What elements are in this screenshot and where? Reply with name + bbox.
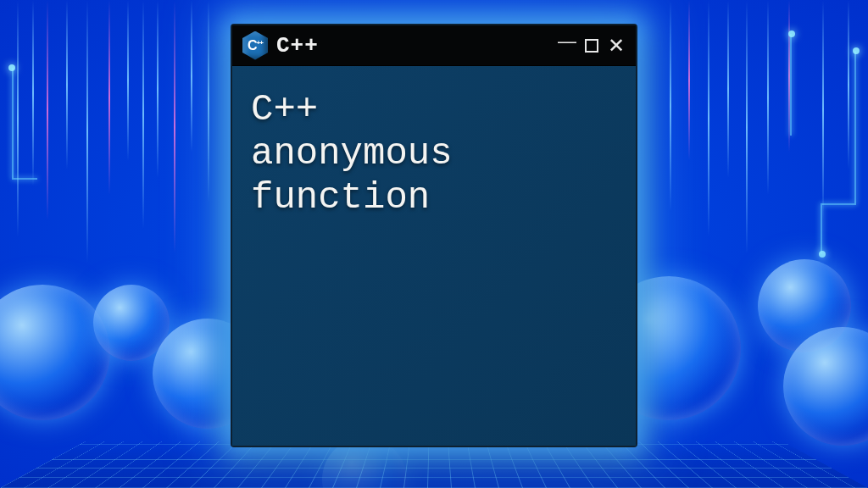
circuit-floor — [0, 441, 868, 488]
stream-line — [66, 0, 68, 169]
stream-line — [157, 0, 159, 178]
window-titlebar[interactable]: C++ C++ — ✕ — [232, 25, 636, 66]
window-controls: — ✕ — [558, 36, 626, 56]
stream-line — [727, 0, 729, 178]
circuit-node — [8, 64, 15, 71]
circuit-trace — [12, 178, 37, 180]
stream-line — [174, 0, 175, 254]
stream-line — [670, 0, 671, 212]
circuit-trace — [854, 51, 856, 203]
stream-line — [688, 0, 690, 161]
stream-line — [208, 0, 209, 203]
circuit-node — [853, 47, 860, 54]
stream-line — [32, 0, 34, 186]
circuit-trace — [822, 203, 856, 205]
stream-line — [191, 0, 192, 152]
circuit-trace — [821, 203, 822, 254]
minimize-button[interactable]: — — [558, 32, 576, 51]
stream-line — [708, 0, 709, 237]
window-body: C++ anonymous function — [232, 66, 636, 446]
content-text: C++ anonymous function — [251, 88, 617, 220]
circuit-trace — [12, 68, 14, 178]
stream-line — [108, 0, 110, 195]
app-window: C++ C++ — ✕ C++ anonymous function — [231, 24, 637, 447]
circuit-node — [819, 251, 826, 258]
logo-letter: C — [248, 38, 257, 53]
stream-line — [127, 0, 129, 161]
stream-line — [848, 0, 849, 169]
stream-line — [767, 0, 769, 195]
circuit-node — [788, 30, 795, 37]
stream-line — [746, 0, 748, 254]
maximize-button[interactable] — [585, 39, 598, 53]
stream-line — [822, 0, 824, 220]
stream-line — [86, 0, 88, 263]
stream-line — [142, 0, 144, 229]
sphere — [0, 285, 110, 420]
circuit-trace — [790, 34, 792, 136]
stream-line — [17, 0, 19, 237]
close-button[interactable]: ✕ — [607, 36, 626, 56]
cpp-logo-icon: C++ — [242, 31, 268, 60]
stream-line — [47, 0, 48, 220]
logo-plusplus: ++ — [257, 38, 263, 46]
window-title: C++ — [276, 33, 549, 58]
